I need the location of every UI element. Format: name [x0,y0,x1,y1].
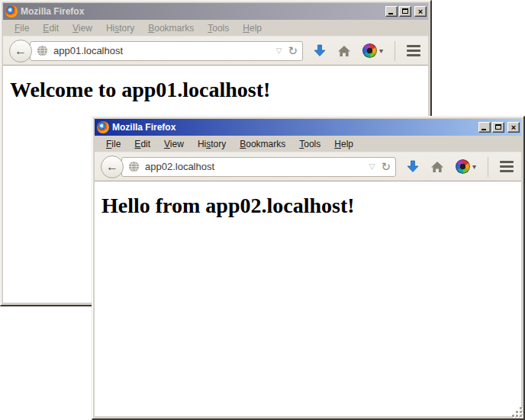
downloads-button[interactable] [314,44,326,57]
navigation-toolbar: ← app02.localhost ▽ ↻ ▾ [95,152,521,181]
url-text[interactable]: app01.localhost [53,45,276,56]
window-title: Mozilla Firefox [21,6,385,17]
titlebar[interactable]: Mozilla Firefox × [95,119,521,136]
downloads-button[interactable] [407,160,419,173]
search-caret-icon: ▾ [472,162,476,171]
firefox-logo-icon [5,5,18,18]
search-engine-icon [456,159,470,174]
menu-item-help[interactable]: Help [327,136,360,152]
firefox-window-app02: Mozilla Firefox × FileEditViewHistoryBoo… [92,116,525,420]
menu-hamburger-button[interactable] [500,159,514,174]
maximize-icon [402,8,408,14]
search-engine-button[interactable]: ▾ [456,159,476,174]
page-heading: Hello from app02.localhost! [101,194,521,218]
search-caret-icon: ▾ [379,46,383,55]
menu-item-tools[interactable]: Tools [201,21,236,36]
url-bar[interactable]: app02.localhost ▽ ↻ [121,157,396,177]
minimize-button[interactable] [385,6,398,17]
menu-item-file[interactable]: File [99,136,127,152]
minimize-icon [388,13,393,14]
toolbar-separator [488,157,488,177]
resize-grip[interactable] [512,407,523,418]
menu-item-help[interactable]: Help [236,21,269,36]
firefox-logo-icon [97,121,109,133]
browser-content: Hello from app02.localhost! [95,181,521,416]
back-button[interactable]: ← [101,155,124,178]
globe-icon [37,45,48,56]
toolbar-separator [395,41,395,61]
window-title: Mozilla Firefox [112,122,478,133]
urlbar-dropdown-icon[interactable]: ▽ [369,162,375,171]
close-button[interactable]: × [414,6,427,17]
menu-item-bookmarks[interactable]: Bookmarks [233,136,292,152]
close-button[interactable]: × [507,122,520,133]
titlebar[interactable]: Mozilla Firefox × [3,3,428,20]
menu-hamburger-button[interactable] [407,43,420,58]
menu-item-bookmarks[interactable]: Bookmarks [141,21,201,36]
page-heading: Welcome to app01.localhost! [10,78,428,102]
menu-item-history[interactable]: History [191,136,233,152]
menu-item-file[interactable]: File [8,21,36,36]
maximize-button[interactable] [399,6,411,17]
maximize-icon [495,124,501,130]
menu-bar: FileEditViewHistoryBookmarksToolsHelp [95,136,521,152]
menu-item-edit[interactable]: Edit [36,21,66,36]
maximize-button[interactable] [492,122,504,133]
menu-item-view[interactable]: View [66,21,99,36]
menu-bar: FileEditViewHistoryBookmarksToolsHelp [3,20,428,37]
menu-item-view[interactable]: View [157,136,191,152]
urlbar-dropdown-icon[interactable]: ▽ [276,46,282,55]
search-engine-button[interactable]: ▾ [362,43,383,58]
menu-item-edit[interactable]: Edit [127,136,157,152]
back-button[interactable]: ← [9,40,32,63]
search-engine-icon [362,43,377,58]
home-button[interactable] [337,45,351,57]
home-button[interactable] [430,161,444,173]
url-text[interactable]: app02.localhost [145,161,369,172]
menu-item-tools[interactable]: Tools [292,136,327,152]
menu-item-history[interactable]: History [99,21,141,36]
globe-icon [128,161,140,172]
minimize-button[interactable] [478,122,491,133]
url-bar[interactable]: app01.localhost ▽ ↻ [30,41,303,61]
reload-icon[interactable]: ↻ [288,45,298,56]
navigation-toolbar: ← app01.localhost ▽ ↻ ▾ [3,37,428,66]
reload-icon[interactable]: ↻ [381,161,391,172]
minimize-icon [482,129,486,130]
